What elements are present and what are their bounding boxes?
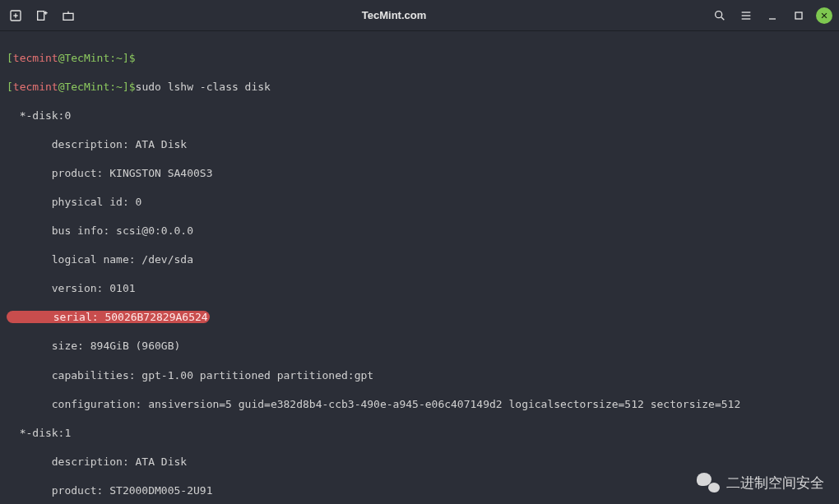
bracket: ] xyxy=(123,52,129,64)
output-line: logical name: /dev/sda xyxy=(7,252,832,267)
wechat-icon xyxy=(697,473,720,492)
bracket: [ xyxy=(7,52,13,64)
command-text: sudo lshw -class disk xyxy=(136,81,271,93)
new-window-icon[interactable] xyxy=(33,7,51,25)
prompt-host: TecMint xyxy=(64,52,109,64)
prompt-line: [tecmint@TecMint:~]$ xyxy=(7,51,832,66)
serial-highlight: serial: 50026B72829A6524 xyxy=(7,311,210,323)
terminal-output[interactable]: [tecmint@TecMint:~]$ [tecmint@TecMint:~]… xyxy=(0,31,839,504)
output-line: *-disk:0 xyxy=(7,109,832,123)
output-line: description: ATA Disk xyxy=(7,455,832,469)
output-line: version: 0101 xyxy=(7,281,832,296)
prompt-line: [tecmint@TecMint:~]$sudo lshw -class dis… xyxy=(7,80,832,95)
new-tab-icon[interactable] xyxy=(7,7,25,25)
watermark-text: 二进制空间安全 xyxy=(726,474,824,492)
output-line: bus info: scsi@0:0.0.0 xyxy=(7,224,832,238)
output-line: serial: 50026B72829A6524 xyxy=(7,310,832,325)
prompt-user: tecmint xyxy=(13,52,58,64)
window-titlebar: TecMint.com xyxy=(0,0,839,31)
prompt-path: :~ xyxy=(109,52,123,64)
output-line: size: 894GiB (960GB) xyxy=(7,339,832,354)
close-icon[interactable] xyxy=(816,7,832,24)
window-title: TecMint.com xyxy=(77,9,711,21)
output-line: capabilities: gpt-1.00 partitioned parti… xyxy=(7,368,832,383)
output-line: product: KINGSTON SA400S3 xyxy=(7,166,832,181)
watermark: 二进制空间安全 xyxy=(697,473,824,492)
menu-icon[interactable] xyxy=(737,7,755,25)
prompt-dollar: $ xyxy=(129,52,136,64)
output-line: *-disk:1 xyxy=(7,426,832,441)
output-line: physical id: 0 xyxy=(7,195,832,210)
svg-line-9 xyxy=(721,17,724,20)
svg-rect-3 xyxy=(38,11,44,20)
svg-point-8 xyxy=(716,11,722,17)
output-line: description: ATA Disk xyxy=(7,137,832,152)
maximize-icon[interactable] xyxy=(790,7,808,25)
svg-rect-14 xyxy=(795,12,802,19)
minimize-icon[interactable] xyxy=(763,7,781,25)
split-icon[interactable] xyxy=(59,7,77,25)
output-line: configuration: ansiversion=5 guid=e382d8… xyxy=(7,397,832,412)
svg-rect-6 xyxy=(63,13,73,20)
search-icon[interactable] xyxy=(711,7,729,25)
